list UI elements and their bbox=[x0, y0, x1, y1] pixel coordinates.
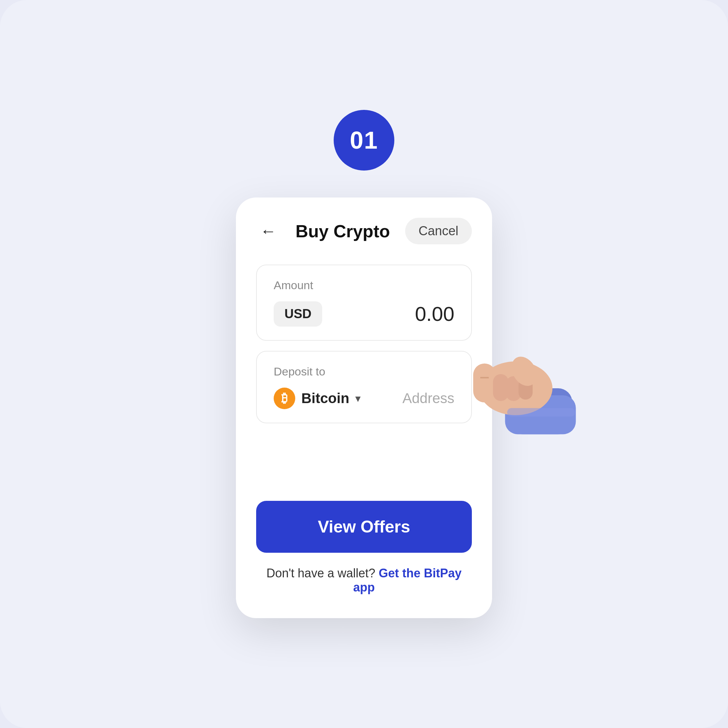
view-offers-button[interactable]: View Offers bbox=[256, 501, 472, 553]
phone-card: ← Buy Crypto Cancel Amount USD 0.00 Depo… bbox=[236, 197, 492, 618]
amount-value[interactable]: 0.00 bbox=[415, 302, 454, 326]
step-number: 01 bbox=[350, 126, 378, 154]
phone-wrapper: ← Buy Crypto Cancel Amount USD 0.00 Depo… bbox=[236, 197, 492, 618]
amount-row: USD 0.00 bbox=[274, 301, 454, 327]
spacer bbox=[256, 433, 472, 501]
svg-rect-1 bbox=[505, 395, 576, 434]
page-title: Buy Crypto bbox=[295, 221, 390, 241]
svg-rect-7 bbox=[518, 378, 532, 400]
amount-card: Amount USD 0.00 bbox=[256, 265, 472, 341]
currency-selector[interactable]: USD bbox=[274, 301, 322, 327]
svg-rect-5 bbox=[493, 374, 509, 401]
back-button[interactable]: ← bbox=[256, 219, 280, 243]
coin-selector[interactable]: ₿ Bitcoin ▾ bbox=[274, 388, 361, 409]
step-badge: 01 bbox=[334, 110, 394, 171]
deposit-label: Deposit to bbox=[274, 365, 454, 378]
cancel-button[interactable]: Cancel bbox=[405, 218, 472, 244]
address-placeholder[interactable]: Address bbox=[402, 390, 454, 407]
deposit-row: ₿ Bitcoin ▾ Address bbox=[274, 388, 454, 409]
chevron-down-icon: ▾ bbox=[355, 392, 361, 405]
phone-header: ← Buy Crypto Cancel bbox=[256, 218, 472, 244]
svg-point-8 bbox=[506, 352, 541, 391]
svg-rect-0 bbox=[509, 388, 572, 434]
amount-label: Amount bbox=[274, 279, 454, 292]
coin-name: Bitcoin bbox=[301, 390, 349, 407]
footer-text: Don't have a wallet? Get the BitPay app bbox=[256, 566, 472, 595]
svg-rect-9 bbox=[507, 408, 575, 417]
outer-background: 01 ← Buy Crypto Cancel Amount USD 0.00 bbox=[0, 0, 728, 728]
bitcoin-icon: ₿ bbox=[274, 388, 295, 409]
footer-static-text: Don't have a wallet? bbox=[266, 566, 375, 580]
deposit-card: Deposit to ₿ Bitcoin ▾ Address bbox=[256, 351, 472, 423]
svg-rect-6 bbox=[506, 376, 522, 401]
back-arrow-icon: ← bbox=[260, 223, 276, 239]
